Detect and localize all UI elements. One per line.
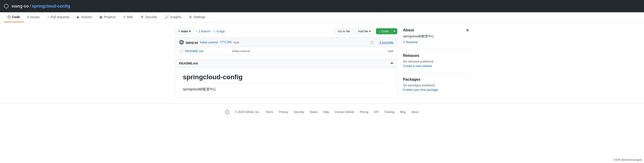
packages-empty-label: No packages published: [403, 84, 469, 87]
insights-icon: 📈: [164, 15, 168, 19]
about-section: About ⚙ springcloud的配置中心 ≡ Readme: [403, 28, 469, 44]
toolbar-left: ⑂ main ▾ ⑂ 1 branch ◇ 0 tags: [175, 28, 225, 35]
breadcrumb-repo[interactable]: springcloud-config: [32, 4, 70, 9]
branch-count-icon: ⑂: [196, 30, 198, 33]
security-icon: ⛨: [140, 15, 144, 19]
commit-time-label: now: [234, 41, 239, 44]
footer-link-terms[interactable]: Terms: [266, 110, 274, 114]
commit-author-link[interactable]: wang-so: [186, 41, 198, 44]
code-main-label: Code: [381, 30, 388, 33]
breadcrumb: wang-so / springcloud-config: [12, 4, 70, 9]
code-arrow-icon: ▾: [394, 30, 395, 33]
main-content: ⑂ main ▾ ⑂ 1 branch ◇ 0 tags Go to file …: [172, 23, 473, 103]
branch-count-link[interactable]: 1 branch: [198, 30, 210, 33]
tab-pull-requests[interactable]: ⑁ Pull requests: [43, 12, 73, 22]
releases-empty-label: No releases published: [403, 60, 469, 63]
code-dropdown-button[interactable]: ▾: [392, 28, 397, 34]
file-time: now: [388, 49, 394, 53]
readme-body: springcloud-config springcloud的配置中心: [176, 68, 397, 97]
about-heading-label: About: [403, 28, 414, 32]
add-file-button[interactable]: Add file ▾: [355, 28, 374, 35]
tab-code-label: Code: [12, 15, 20, 19]
footer-link-status[interactable]: Status: [310, 110, 318, 114]
download-icon: ↓: [379, 30, 380, 33]
toolbar-right: Go to file Add file ▾ ↓ Code ▾: [335, 28, 398, 35]
add-file-dropdown-icon: ▾: [369, 30, 371, 33]
footer-link-contact[interactable]: Contact GitHub: [335, 110, 354, 114]
footer-copyright: © 2020 GitHub, Inc.: [235, 110, 260, 114]
branch-selector-button[interactable]: ⑂ main ▾: [175, 28, 194, 35]
repo-toolbar: ⑂ main ▾ ⑂ 1 branch ◇ 0 tags Go to file …: [175, 28, 398, 35]
tab-wiki[interactable]: ≡ Wiki: [120, 12, 137, 22]
avatar: W: [179, 40, 184, 45]
branch-dropdown-icon: ▾: [189, 30, 191, 33]
tab-insights[interactable]: 📈 Insights: [161, 12, 185, 22]
tab-settings-label: Settings: [193, 15, 205, 19]
file-icon: 📄: [179, 49, 183, 53]
file-table: W wang-so Initial commit 777c3d5 now 🕐 1…: [175, 37, 398, 55]
issues-icon: ℹ: [28, 15, 29, 19]
settings-icon: ⚙: [189, 15, 192, 19]
commit-info-header: W wang-so Initial commit 777c3d5 now 🕐 1…: [176, 38, 397, 47]
branch-icon: ⑂: [178, 30, 180, 33]
go-to-file-button[interactable]: Go to file: [335, 28, 353, 35]
tab-security[interactable]: ⛨ Security: [137, 12, 161, 22]
file-row-readme: 📄 README.md Initial commit now: [176, 47, 397, 55]
add-file-label: Add file: [358, 30, 368, 33]
packages-section: Packages No packages published Publish y…: [403, 77, 469, 92]
branch-name-label: main: [181, 30, 188, 33]
footer-logo-icon: ⬡: [225, 109, 229, 115]
watermark: CSDN @zhaoshuangjian: [614, 158, 642, 161]
commit-count-link[interactable]: 1 commits: [379, 41, 393, 44]
file-commit-message: Initial commit: [232, 49, 388, 53]
pull-requests-icon: ⑁: [47, 15, 49, 19]
footer-link-pricing[interactable]: Pricing: [360, 110, 368, 114]
commit-hash: 777c3d5: [220, 41, 232, 44]
code-button-group: ↓ Code ▾: [376, 28, 398, 35]
footer-link-api[interactable]: API: [374, 110, 378, 114]
footer-link-blog[interactable]: Blog: [400, 110, 406, 114]
tab-issues-label: Issues: [30, 15, 40, 19]
breadcrumb-separator: /: [30, 4, 31, 9]
commit-message-link[interactable]: Initial commit: [200, 41, 218, 44]
tab-settings[interactable]: ⚙ Settings: [185, 12, 209, 22]
packages-heading: Packages: [403, 77, 469, 82]
edit-readme-icon[interactable]: ✏: [391, 61, 394, 65]
sidebar-divider-2: [403, 73, 469, 74]
file-name-link[interactable]: README.md: [185, 49, 232, 53]
tab-issues[interactable]: ℹ Issues: [24, 12, 43, 22]
breadcrumb-owner[interactable]: wang-so: [12, 4, 29, 9]
tab-projects[interactable]: ▦ Projects: [96, 12, 120, 22]
tag-count-link[interactable]: 0 tags: [216, 30, 225, 33]
sidebar-divider-1: [403, 50, 469, 50]
nav-tabs: ⬡ Code ℹ Issues ⑁ Pull requests ▶ Action…: [0, 12, 644, 23]
about-description: springcloud的配置中心: [403, 34, 469, 39]
footer-link-training[interactable]: Training: [384, 110, 394, 114]
history-clock-icon: 🕐: [370, 41, 374, 44]
footer-link-help[interactable]: Help: [323, 110, 329, 114]
tab-code[interactable]: ⬡ Code: [4, 12, 24, 22]
readme-header: README.md ✏: [176, 59, 397, 68]
tab-insights-label: Insights: [170, 15, 181, 19]
tab-actions[interactable]: ▶ Actions: [73, 12, 96, 22]
tab-security-label: Security: [145, 15, 157, 19]
readme-filename: README.md: [179, 62, 198, 65]
readme-link[interactable]: ≡ Readme: [403, 40, 469, 44]
book-icon: ≡: [403, 40, 405, 44]
readme-description: springcloud的配置中心: [183, 87, 390, 92]
code-icon: ⬡: [8, 15, 10, 19]
publish-package-link[interactable]: Publish your first package: [403, 88, 469, 92]
footer-link-privacy[interactable]: Privacy: [279, 110, 288, 114]
readme-title: springcloud-config: [183, 73, 390, 83]
branch-tag-info: ⑂ 1 branch ◇ 0 tags: [196, 30, 225, 33]
footer-link-about[interactable]: About: [411, 110, 419, 114]
create-release-link[interactable]: Create a new release: [403, 64, 469, 68]
gear-icon[interactable]: ⚙: [466, 28, 469, 32]
tag-count-separator: ◇: [213, 30, 216, 33]
footer-link-security[interactable]: Security: [294, 110, 304, 114]
page-header: ⬡ wang-so / springcloud-config: [0, 0, 644, 12]
code-main-button[interactable]: ↓ Code: [376, 28, 392, 34]
releases-heading: Releases: [403, 54, 469, 58]
readme-box: README.md ✏ springcloud-config springclo…: [175, 59, 398, 98]
tab-wiki-label: Wiki: [127, 15, 133, 19]
